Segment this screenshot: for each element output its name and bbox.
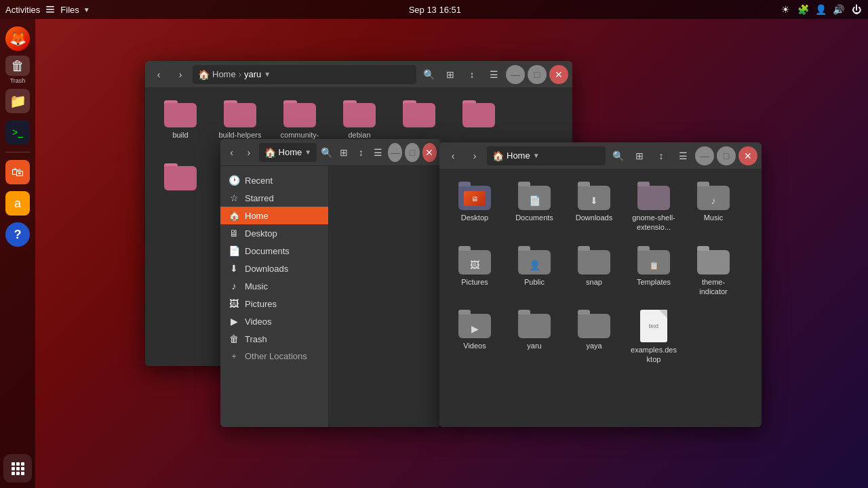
folder-name-yaru-front: yaru [527, 341, 541, 350]
close-mid[interactable]: ✕ [422, 143, 437, 162]
topbar-right: ☀ 🧩 👤 🔊 ⏻ [780, 3, 863, 16]
terminal-icon: >_ [5, 120, 30, 144]
sidebar-other-locations[interactable]: + Other Locations [220, 348, 328, 365]
dock: 🦊 🗑 Trash 📁 >_ 🛍 a ? [0, 19, 35, 488]
sidebar-videos[interactable]: ▶ Videos [220, 312, 328, 330]
search-btn-front[interactable]: 🔍 [608, 146, 627, 165]
app-menu-icon[interactable] [44, 3, 56, 16]
view-toggle-mid[interactable]: ⊞ [336, 143, 351, 162]
location-bar-back[interactable]: 🏠 Home › yaru ▼ [193, 65, 416, 84]
forward-btn-front[interactable]: › [465, 146, 484, 165]
folder-yaru-front[interactable]: yaru [507, 306, 561, 369]
location-yaru: yaru [244, 69, 261, 79]
sidebar-downloads[interactable]: ⬇ Downloads [220, 260, 328, 277]
folder-downloads-front[interactable]: ⬇ Downloads [567, 178, 621, 237]
folder-back-row2-3[interactable] [153, 159, 208, 207]
sort-btn-front[interactable]: ↕ [652, 146, 671, 165]
folder-gnome-shell-ext[interactable]: gnome-shell-extensio... [627, 178, 681, 237]
recent-icon: 🕐 [229, 175, 239, 186]
folder-templates-front[interactable]: 📋 Templates [627, 242, 681, 301]
system-menu-icon[interactable]: ⏻ [850, 3, 863, 16]
dock-item-amazon[interactable]: a [3, 189, 32, 218]
sidebar-videos-label: Videos [245, 317, 272, 327]
topbar-left: Activities Files ▼ [5, 3, 90, 16]
dock-item-terminal[interactable]: >_ [3, 118, 32, 146]
close-front[interactable]: ✕ [738, 146, 757, 165]
svg-rect-3 [12, 462, 15, 466]
file-examples-desktop[interactable]: text examples.desktop [627, 306, 681, 369]
minimize-back[interactable]: — [506, 65, 525, 84]
back-btn-back[interactable]: ‹ [149, 65, 168, 84]
sidebar-home[interactable]: 🏠 Home [220, 207, 328, 224]
maximize-front[interactable]: □ [717, 146, 736, 165]
folder-videos-front[interactable]: ▶ Videos [448, 306, 502, 369]
folder-build[interactable]: build [153, 96, 208, 154]
app-menu-arrow[interactable]: ▼ [83, 6, 90, 14]
svg-rect-5 [21, 462, 24, 466]
search-btn-back[interactable]: 🔍 [419, 65, 438, 84]
svg-rect-0 [46, 6, 54, 7]
folder-name-downloads-front: Downloads [576, 213, 612, 222]
back-btn-mid[interactable]: ‹ [224, 143, 239, 162]
menu-btn-front[interactable]: ☰ [673, 146, 692, 165]
search-btn-mid[interactable]: 🔍 [319, 143, 334, 162]
app-menu-label[interactable]: Files [60, 5, 79, 15]
sidebar-music[interactable]: ♪ Music [220, 277, 328, 295]
location-dropdown-front[interactable]: ▼ [533, 152, 540, 159]
view-toggle-front[interactable]: ⊞ [630, 146, 649, 165]
sidebar-mid: 🕐 Recent ☆ Starred 🏠 Home 🖥 Desktop 📄 Do… [220, 166, 329, 427]
location-bar-front[interactable]: 🏠 Home ▼ [487, 146, 606, 165]
dock-apps-button[interactable] [3, 454, 32, 483]
back-btn-forward[interactable]: › [171, 65, 190, 84]
back-btn-front[interactable]: ‹ [443, 146, 462, 165]
extensions-icon[interactable]: 🧩 [797, 3, 810, 16]
sidebar-documents[interactable]: 📄 Documents [220, 242, 328, 260]
sidebar-starred[interactable]: ☆ Starred [220, 189, 328, 207]
minimize-front[interactable]: — [695, 146, 714, 165]
desktop-sidebar-icon: 🖥 [229, 228, 239, 239]
forward-btn-mid[interactable]: › [241, 143, 256, 162]
minimize-mid[interactable]: — [388, 143, 402, 162]
brightness-icon[interactable]: ☀ [780, 3, 792, 16]
folder-yaya-front[interactable]: yaya [567, 306, 621, 369]
location-dropdown-mid[interactable]: ▼ [304, 148, 311, 156]
menu-btn-mid[interactable]: ☰ [371, 143, 385, 162]
dock-item-firefox[interactable]: 🦊 [3, 24, 32, 53]
dock-item-help[interactable]: ? [3, 220, 32, 249]
location-bar-mid[interactable]: 🏠 Home ▼ [259, 143, 317, 162]
svg-rect-9 [12, 472, 15, 475]
sidebar-pictures-label: Pictures [245, 299, 277, 309]
dock-item-software[interactable]: 🛍 [3, 158, 32, 186]
sidebar-trash[interactable]: 🗑 Trash [220, 330, 328, 348]
folder-theme-indicator-front[interactable]: theme-indicator [686, 242, 741, 301]
view-toggle-back[interactable]: ⊞ [441, 65, 460, 84]
sort-btn-mid[interactable]: ↕ [354, 143, 368, 162]
maximize-mid[interactable]: □ [405, 143, 419, 162]
window-back-toolbar: ‹ › 🏠 Home › yaru ▼ 🔍 ⊞ ↕ ☰ — □ ✕ [145, 61, 572, 88]
sidebar-recent-label: Recent [245, 176, 273, 186]
svg-rect-4 [16, 462, 20, 466]
network-icon[interactable]: 👤 [815, 3, 827, 16]
sort-btn-back[interactable]: ↕ [462, 65, 481, 84]
dock-item-files[interactable]: 📁 [3, 87, 32, 115]
sidebar-pictures[interactable]: 🖼 Pictures [220, 295, 328, 312]
volume-icon[interactable]: 🔊 [833, 3, 845, 16]
folder-name-documents-front: Documents [515, 213, 553, 222]
sidebar-desktop[interactable]: 🖥 Desktop [220, 224, 328, 242]
folder-public-front[interactable]: 👤 Public [507, 242, 561, 301]
maximize-back[interactable]: □ [528, 65, 547, 84]
close-back[interactable]: ✕ [549, 65, 568, 84]
folder-pictures-front[interactable]: 🖼 Pictures [448, 242, 502, 301]
folder-music-front[interactable]: ♪ Music [686, 178, 741, 237]
folder-documents-front[interactable]: 📄 Documents [507, 178, 561, 237]
svg-rect-8 [21, 467, 24, 470]
location-dropdown[interactable]: ▼ [264, 70, 271, 78]
menu-btn-back[interactable]: ☰ [484, 65, 503, 84]
dock-item-trash[interactable]: 🗑 Trash [3, 56, 32, 84]
folder-desktop-front[interactable]: 🖥 Desktop [448, 178, 502, 237]
svg-rect-10 [16, 472, 20, 475]
sidebar-recent[interactable]: 🕐 Recent [220, 171, 328, 189]
sidebar-other-locations-label: Other Locations [245, 351, 307, 361]
activities-label[interactable]: Activities [5, 5, 40, 15]
folder-snap-front[interactable]: snap [567, 242, 621, 301]
